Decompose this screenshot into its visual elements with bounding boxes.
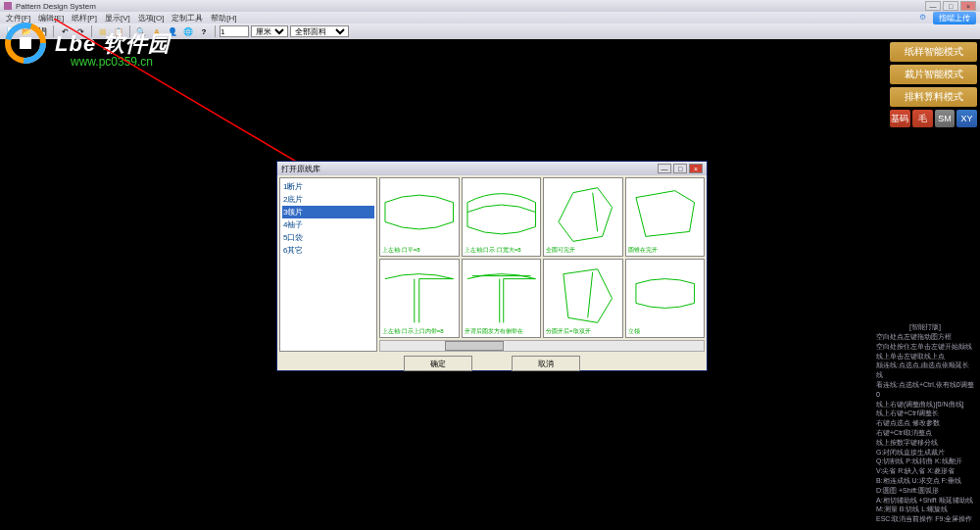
help-line: 看连线:点选线+Ctrl,依有线0调整0 xyxy=(876,380,974,400)
maximize-button[interactable]: □ xyxy=(943,1,958,11)
window-titlebar: Pattern Design System — □ × xyxy=(0,0,980,12)
help-line: 线上右键(调整曲线)[0/N曲线] xyxy=(876,400,974,410)
help-title: [智能打版] xyxy=(876,322,974,332)
help-line: G:封闭线直接生成裁片 xyxy=(876,448,974,458)
list-item[interactable]: 6其它 xyxy=(282,244,374,257)
help-panel: [智能打版] 空白处点左键拖动图方框 空白处按住左单击左键开始颠线 线上单击左键… xyxy=(876,322,974,524)
thumbnail-scrollbar[interactable] xyxy=(379,340,705,352)
value-input[interactable] xyxy=(220,25,249,37)
gear-icon[interactable]: ⚙ xyxy=(919,13,929,23)
dialog-category-list[interactable]: 1断片 2底片 3领片 4袖子 5口袋 6其它 xyxy=(279,177,377,352)
help-line: B:相连成线 U:求交点 F:垂线 xyxy=(876,476,974,486)
thumbnail[interactable]: 圆锥在完开 xyxy=(625,177,706,257)
help-line: 右键点选点 修改参数 xyxy=(876,418,974,428)
thumbnail[interactable]: 全圆可完开 xyxy=(543,177,623,257)
dialog-thumbnails: 上左袖:口平=8 上左袖:口示:口宽大=8 全圆可完开 圆锥在完开 上左袖:口示… xyxy=(379,177,705,352)
dialog-min-icon[interactable]: — xyxy=(658,164,671,173)
close-button[interactable]: × xyxy=(960,1,976,11)
help-line: 颠连线:点选点,由选点依顺延长线 xyxy=(876,361,974,380)
thumbnail[interactable]: 上左袖:口示:口宽大=8 xyxy=(462,177,542,257)
minimize-button[interactable]: — xyxy=(925,1,941,11)
dialog-title: 打开原线库 xyxy=(281,164,656,174)
help-line: 线上右键+Ctrl调整长 xyxy=(876,409,974,418)
help-line: 空白处按住左单击左键开始颠线 xyxy=(876,342,974,352)
help-line: V:尖省 R:缺入省 X:菱形省 xyxy=(876,466,974,476)
help-line: 线上按数字键移分线 xyxy=(876,438,974,448)
menu-pattern[interactable]: 纸样[P] xyxy=(70,13,99,24)
dialog-max-icon[interactable]: □ xyxy=(673,164,687,173)
help-line: ESC:取消当前操作 F9:全屏操作 xyxy=(876,514,974,524)
help-line: 空白处点左键拖动图方框 xyxy=(876,332,974,342)
tool-help-icon[interactable]: ? xyxy=(197,24,211,38)
watermark-site-url: www.pc0359.cn xyxy=(71,55,153,69)
tool-globe-icon[interactable]: 🌐 xyxy=(181,24,195,38)
thumbnail[interactable]: 立领 xyxy=(625,259,706,338)
ok-button[interactable]: 确定 xyxy=(404,356,472,371)
upload-button[interactable]: 指端上传 xyxy=(933,12,976,24)
dialog-close-icon[interactable]: × xyxy=(689,164,703,173)
btn-mao[interactable]: 毛 xyxy=(912,110,933,127)
mode-cut-button[interactable]: 裁片智能模式 xyxy=(890,65,977,84)
mode-layout-button[interactable]: 排料算料模式 xyxy=(890,87,977,107)
mode-pattern-button[interactable]: 纸样智能模式 xyxy=(890,42,977,62)
btn-base[interactable]: 基码 xyxy=(890,110,910,127)
help-line: 右键+Ctrl取消整点 xyxy=(876,428,974,438)
layer-select[interactable]: 全部面料 xyxy=(290,25,349,37)
thumbnail[interactable]: 上左袖:口平=8 xyxy=(379,177,460,257)
app-title: Pattern Design System xyxy=(16,2,923,11)
help-line: A:相切辅助线 +Shift 顺延辅助线 xyxy=(876,496,974,506)
app-icon xyxy=(4,2,12,10)
menu-custom[interactable]: 定制工具 xyxy=(170,13,205,24)
menu-view[interactable]: 显示[V] xyxy=(103,13,132,24)
thumbnail[interactable]: 分圆开后=取双开 xyxy=(543,259,623,338)
menubar: 文件[F] 编辑[E] 纸样[P] 显示[V] 选项[O] 定制工具 帮助[H]… xyxy=(0,12,980,24)
help-line: D:圆图 +Shift:圆弧形 xyxy=(876,486,974,496)
list-item[interactable]: 4袖子 xyxy=(282,218,374,231)
site-logo-icon xyxy=(0,22,55,65)
list-item-selected[interactable]: 3领片 xyxy=(282,206,374,218)
btn-xy[interactable]: XY xyxy=(956,110,977,127)
help-line: M:测量 B:切线 L:螺旋线 xyxy=(876,505,974,514)
open-library-dialog: 打开原线库 — □ × 1断片 2底片 3领片 4袖子 5口袋 6其它 上左袖:… xyxy=(276,161,708,371)
list-item[interactable]: 2底片 xyxy=(282,193,374,206)
menu-help[interactable]: 帮助[H] xyxy=(209,13,238,24)
btn-sm[interactable]: SM xyxy=(935,110,956,127)
list-item[interactable]: 5口袋 xyxy=(282,231,374,244)
thumbnail[interactable]: 上左袖:口示上口内带=8 xyxy=(379,259,460,338)
svg-rect-2 xyxy=(20,37,31,49)
unit-select[interactable]: 厘米 xyxy=(251,25,288,37)
cancel-button[interactable]: 取消 xyxy=(512,356,580,371)
thumbnail[interactable]: 开背后圆发方有侧带在 xyxy=(462,259,542,338)
list-item[interactable]: 1断片 xyxy=(282,180,374,193)
dialog-titlebar[interactable]: 打开原线库 — □ × xyxy=(277,162,707,175)
right-panel: 纸样智能模式 裁片智能模式 排料算料模式 基码 毛 SM XY xyxy=(887,39,980,130)
help-line: 线上单击左键取线上点 xyxy=(876,352,974,361)
help-line: Q:切割线 P:线转曲 K:线翻开 xyxy=(876,457,974,466)
menu-options[interactable]: 选项[O] xyxy=(136,13,167,24)
